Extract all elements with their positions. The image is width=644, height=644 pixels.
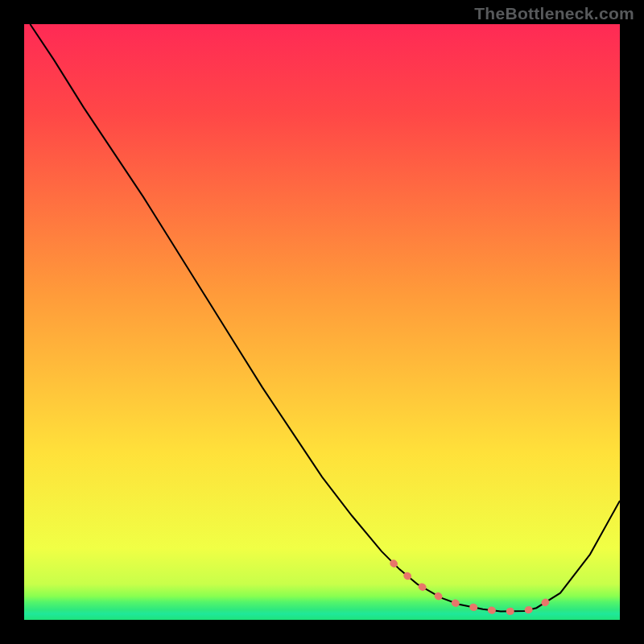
chart-frame: TheBottleneck.com (0, 0, 644, 644)
chart-line (30, 24, 620, 612)
watermark-text: TheBottleneck.com (474, 4, 634, 23)
chart-plot-area (24, 24, 620, 620)
chart-curve-svg (24, 24, 620, 620)
chart-markers (394, 564, 551, 612)
